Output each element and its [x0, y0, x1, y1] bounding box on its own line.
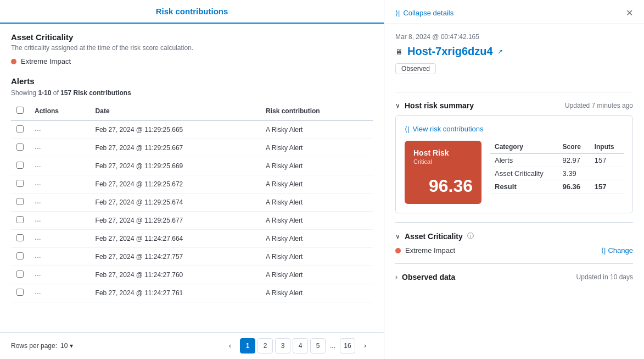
row-checkbox-5[interactable]: [16, 216, 24, 223]
left-header: Risk contributions: [0, 0, 384, 24]
row-actions-cell: ···: [29, 212, 90, 230]
row-checkbox-4[interactable]: [16, 198, 24, 205]
host-name[interactable]: Host-7xrig6dzu4: [407, 45, 493, 58]
od-header-left: › Observed data: [395, 273, 455, 281]
row-actions-cell: ···: [29, 157, 90, 175]
extreme-impact-dot: [11, 59, 16, 64]
risk-contribution-header: Risk contribution: [260, 102, 373, 120]
row-checkbox-3[interactable]: [16, 180, 24, 187]
row-actions-button[interactable]: ···: [35, 162, 41, 170]
observed-badge: Observed: [395, 63, 436, 74]
left-footer: Rows per page: 10 ▾ ‹ 1 2 3 4 5 ... 16 ›: [0, 332, 384, 359]
risk-inputs-cell: 157: [590, 153, 624, 167]
row-actions-button[interactable]: ···: [35, 252, 41, 261]
row-checkbox-0[interactable]: [16, 125, 24, 132]
observed-data-header[interactable]: › Observed data Updated in 10 days: [395, 273, 633, 281]
table-row: ··· Feb 27, 2024 @ 11:24:27.760 A Risky …: [11, 266, 373, 284]
row-risk-cell: A Risky Alert: [260, 157, 373, 175]
select-all-checkbox[interactable]: [16, 107, 24, 114]
row-actions-button[interactable]: ···: [35, 216, 41, 225]
close-button[interactable]: ✕: [626, 8, 633, 18]
row-risk-cell: A Risky Alert: [260, 248, 373, 266]
risk-table-header: Category Score Inputs: [490, 141, 624, 153]
host-risk-summary-title: Host risk summary: [405, 101, 474, 110]
divider-3: [395, 263, 633, 264]
risk-category-cell: Alerts: [490, 153, 558, 167]
row-actions-button[interactable]: ···: [35, 180, 41, 189]
page-16-button[interactable]: 16: [340, 338, 355, 354]
prev-page-button[interactable]: ‹: [222, 338, 238, 354]
inputs-header: Inputs: [590, 141, 624, 153]
row-checkbox-6[interactable]: [16, 234, 24, 241]
row-risk-cell: A Risky Alert: [260, 266, 373, 284]
timestamp: Mar 8, 2024 @ 00:47:42.165: [395, 33, 633, 41]
host-risk-card-score: 96.36: [413, 176, 473, 196]
page-4-button[interactable]: 4: [293, 338, 308, 354]
row-checkbox-1[interactable]: [16, 143, 24, 151]
row-checkbox-cell: [11, 157, 29, 175]
row-checkbox-2[interactable]: [16, 162, 24, 169]
row-actions-button[interactable]: ···: [35, 270, 41, 279]
divider-2: [395, 222, 633, 223]
row-risk-cell: A Risky Alert: [260, 284, 373, 302]
row-date-cell: Feb 27, 2024 @ 11:29:25.665: [90, 120, 260, 139]
row-date-cell: Feb 27, 2024 @ 11:24:27.760: [90, 266, 260, 284]
observed-data-title: Observed data: [402, 273, 455, 281]
row-risk-cell: A Risky Alert: [260, 212, 373, 230]
showing-text: Showing 1-10 of 157 Risk contributions: [11, 89, 373, 97]
row-actions-cell: ···: [29, 175, 90, 194]
row-checkbox-cell: [11, 266, 29, 284]
chevron-down-icon: ∨: [395, 102, 400, 109]
host-risk-summary-section: ∨ Host risk summary Updated 7 minutes ag…: [395, 101, 633, 213]
page-5-button[interactable]: 5: [310, 338, 326, 354]
row-actions-cell: ···: [29, 230, 90, 248]
row-checkbox-9[interactable]: [16, 289, 24, 296]
row-risk-cell: A Risky Alert: [260, 139, 373, 157]
asset-criticality-value: Extreme Impact: [21, 57, 71, 65]
next-page-button[interactable]: ›: [357, 338, 373, 354]
risk-table: Category Score Inputs Alerts 92.97 157 A…: [490, 141, 624, 204]
right-asset-criticality-section: ∨ Asset Criticality ⓘ Extreme Impact ⟨| …: [395, 231, 633, 255]
collapse-details-button[interactable]: ⟩| Collapse details: [395, 9, 453, 17]
table-row: ··· Feb 27, 2024 @ 11:29:25.669 A Risky …: [11, 157, 373, 175]
chevron-down-icon-2: ∨: [395, 233, 400, 240]
page-1-button[interactable]: 1: [240, 338, 255, 354]
asset-criticality-value-right: Extreme Impact: [405, 246, 455, 255]
row-date-cell: Feb 27, 2024 @ 11:24:27.761: [90, 284, 260, 302]
risk-score-cell: 3.39: [558, 167, 590, 180]
row-date-cell: Feb 27, 2024 @ 11:24:27.664: [90, 230, 260, 248]
info-icon[interactable]: ⓘ: [467, 231, 474, 241]
row-risk-cell: A Risky Alert: [260, 120, 373, 139]
extreme-impact-dot-right: [395, 248, 401, 253]
external-link-icon[interactable]: ↗: [497, 48, 503, 56]
row-actions-button[interactable]: ···: [35, 198, 41, 207]
rows-per-page: Rows per page: 10 ▾: [11, 342, 73, 350]
row-date-cell: Feb 27, 2024 @ 11:29:25.677: [90, 212, 260, 230]
row-actions-button[interactable]: ···: [35, 125, 41, 134]
asset-criticality-right-title: Asset Criticality: [405, 232, 463, 241]
row-checkbox-7[interactable]: [16, 252, 24, 259]
row-checkbox-cell: [11, 230, 29, 248]
view-risk-contributions-button[interactable]: ⟨| View risk contributions: [405, 125, 624, 133]
result-row: Result 96.36 157: [490, 180, 624, 194]
change-button[interactable]: ⟨| Change: [601, 246, 633, 255]
change-label: Change: [608, 246, 633, 255]
row-date-cell: Feb 27, 2024 @ 11:29:25.669: [90, 157, 260, 175]
row-risk-cell: A Risky Alert: [260, 194, 373, 212]
row-checkbox-cell: [11, 212, 29, 230]
page-2-button[interactable]: 2: [257, 338, 273, 354]
page-3-button[interactable]: 3: [275, 338, 290, 354]
right-asset-criticality-header[interactable]: ∨ Asset Criticality ⓘ: [395, 231, 633, 241]
table-row: ··· Feb 27, 2024 @ 11:29:25.677 A Risky …: [11, 212, 373, 230]
row-checkbox-8[interactable]: [16, 270, 24, 278]
row-actions-button[interactable]: ···: [35, 143, 41, 152]
row-actions-button[interactable]: ···: [35, 289, 41, 297]
rows-per-page-select[interactable]: 10 ▾: [60, 342, 73, 350]
host-risk-card-sublabel: Critical: [413, 158, 473, 165]
row-actions-button[interactable]: ···: [35, 234, 41, 243]
host-risk-summary-header[interactable]: ∨ Host risk summary Updated 7 minutes ag…: [395, 101, 633, 110]
row-actions-cell: ···: [29, 266, 90, 284]
collapse-icon: ⟩|: [395, 9, 400, 17]
table-row: ··· Feb 27, 2024 @ 11:24:27.757 A Risky …: [11, 248, 373, 266]
table-row: ··· Feb 27, 2024 @ 11:24:27.761 A Risky …: [11, 284, 373, 302]
